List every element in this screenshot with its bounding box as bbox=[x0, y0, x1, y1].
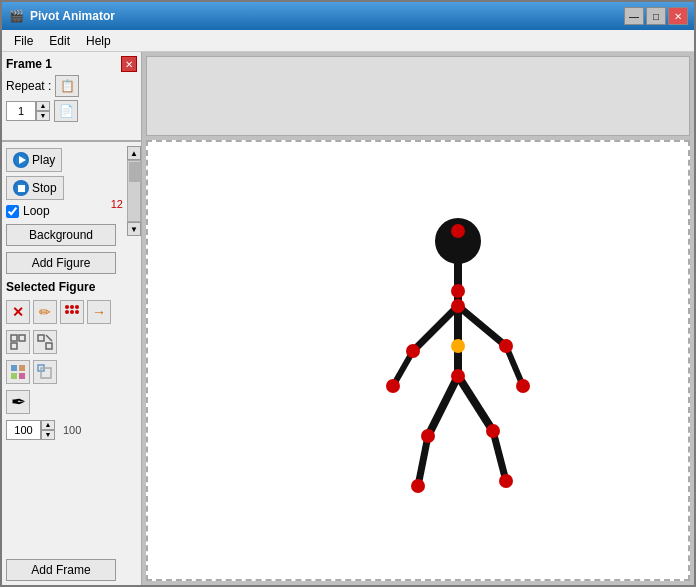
size-input[interactable] bbox=[6, 420, 41, 440]
maximize-button[interactable]: □ bbox=[646, 7, 666, 25]
background-button[interactable]: Background bbox=[6, 224, 116, 246]
size-row: ▲ ▼ 100 bbox=[6, 420, 137, 440]
figure-toolbar-4: ✒ bbox=[6, 390, 137, 414]
svg-point-2 bbox=[70, 305, 74, 309]
play-label: Play bbox=[32, 153, 55, 167]
svg-line-25 bbox=[428, 376, 458, 436]
svg-rect-14 bbox=[11, 373, 17, 379]
size-down-button[interactable]: ▼ bbox=[41, 430, 55, 440]
scroll-track[interactable] bbox=[127, 160, 141, 222]
svg-point-33 bbox=[386, 379, 400, 393]
close-button[interactable]: ✕ bbox=[668, 7, 688, 25]
animation-canvas[interactable] bbox=[146, 140, 690, 581]
figure-tool8[interactable] bbox=[33, 360, 57, 384]
figure-toolbar: ✕ ✏ → bbox=[6, 300, 137, 324]
svg-line-27 bbox=[458, 376, 493, 431]
frame-count: 12 bbox=[111, 198, 123, 210]
copy-frame-button[interactable]: 📋 bbox=[55, 75, 79, 97]
figure-tool6[interactable] bbox=[33, 330, 57, 354]
canvas-area bbox=[142, 52, 694, 585]
svg-point-36 bbox=[516, 379, 530, 393]
scroll-thumb[interactable] bbox=[129, 162, 141, 182]
main-window: 🎬 Pivot Animator — □ ✕ File Edit Help Fr… bbox=[0, 0, 696, 587]
svg-point-3 bbox=[70, 310, 74, 314]
app-icon: 🎬 bbox=[8, 8, 24, 24]
figure-toolbar-2 bbox=[6, 330, 137, 354]
loop-label: Loop bbox=[23, 204, 50, 218]
frame-title: Frame 1 bbox=[6, 57, 52, 71]
svg-point-0 bbox=[65, 305, 69, 309]
window-controls: — □ ✕ bbox=[624, 7, 688, 25]
bottom-add-frame-area: Add Frame bbox=[2, 553, 141, 585]
add-frame-button[interactable]: Add Frame bbox=[6, 559, 116, 581]
svg-point-38 bbox=[451, 369, 465, 383]
title-bar: 🎬 Pivot Animator — □ ✕ bbox=[2, 2, 694, 30]
repeat-up-button[interactable]: ▲ bbox=[36, 101, 50, 111]
svg-point-1 bbox=[65, 310, 69, 314]
menu-edit[interactable]: Edit bbox=[41, 32, 78, 50]
svg-point-40 bbox=[411, 479, 425, 493]
frame-close-button[interactable]: ✕ bbox=[121, 56, 137, 72]
svg-point-30 bbox=[451, 284, 465, 298]
svg-point-4 bbox=[75, 305, 79, 309]
repeat-input[interactable] bbox=[6, 101, 36, 121]
svg-point-42 bbox=[499, 474, 513, 488]
minimize-button[interactable]: — bbox=[624, 7, 644, 25]
repeat-row: Repeat : 📋 bbox=[6, 75, 137, 97]
figure-tool3[interactable] bbox=[60, 300, 84, 324]
menu-bar: File Edit Help bbox=[2, 30, 694, 52]
repeat-down-button[interactable]: ▼ bbox=[36, 111, 50, 121]
play-button[interactable]: Play bbox=[6, 148, 62, 172]
loop-checkbox[interactable] bbox=[6, 205, 19, 218]
svg-point-29 bbox=[451, 224, 465, 238]
svg-point-5 bbox=[75, 310, 79, 314]
loop-row: Loop bbox=[6, 204, 121, 218]
vertical-scrollbar[interactable]: ▲ ▼ bbox=[127, 146, 141, 236]
svg-rect-15 bbox=[19, 373, 25, 379]
svg-rect-6 bbox=[11, 335, 17, 341]
svg-point-32 bbox=[406, 344, 420, 358]
svg-rect-10 bbox=[46, 343, 52, 349]
svg-line-23 bbox=[458, 306, 506, 346]
svg-point-37 bbox=[451, 339, 465, 353]
svg-rect-17 bbox=[41, 368, 51, 378]
svg-rect-13 bbox=[19, 365, 25, 371]
size-spinbox-buttons: ▲ ▼ bbox=[41, 420, 55, 440]
selected-figure-label: Selected Figure bbox=[6, 280, 137, 294]
add-figure-button[interactable]: Add Figure bbox=[6, 252, 116, 274]
svg-rect-9 bbox=[38, 335, 44, 341]
scroll-up-arrow[interactable]: ▲ bbox=[127, 146, 141, 160]
controls-section: ▲ ▼ Play Stop bbox=[2, 142, 141, 553]
repeat-spinbox-buttons: ▲ ▼ bbox=[36, 101, 50, 121]
svg-point-31 bbox=[451, 299, 465, 313]
svg-point-41 bbox=[486, 424, 500, 438]
figure-toolbar-3 bbox=[6, 360, 137, 384]
svg-rect-8 bbox=[11, 343, 17, 349]
frame-section: Frame 1 ✕ Repeat : 📋 ▲ ▼ 📄 bbox=[2, 52, 141, 142]
figure-tool7[interactable] bbox=[6, 360, 30, 384]
menu-help[interactable]: Help bbox=[78, 32, 119, 50]
figure-tool4[interactable]: → bbox=[87, 300, 111, 324]
play-icon bbox=[13, 152, 29, 168]
size-display-value: 100 bbox=[63, 424, 81, 436]
scroll-down-arrow[interactable]: ▼ bbox=[127, 222, 141, 236]
edit-figure-button[interactable]: ✏ bbox=[33, 300, 57, 324]
pen-tool-button[interactable]: ✒ bbox=[6, 390, 30, 414]
svg-point-39 bbox=[421, 429, 435, 443]
figure-tool5[interactable] bbox=[6, 330, 30, 354]
svg-rect-7 bbox=[19, 335, 25, 341]
delete-figure-button[interactable]: ✕ bbox=[6, 300, 30, 324]
svg-line-11 bbox=[46, 335, 52, 341]
svg-point-35 bbox=[499, 339, 513, 353]
left-panel: Frame 1 ✕ Repeat : 📋 ▲ ▼ 📄 bbox=[2, 52, 142, 585]
repeat-spinbox[interactable]: ▲ ▼ bbox=[6, 101, 50, 121]
size-spinbox[interactable]: ▲ ▼ bbox=[6, 420, 55, 440]
window-title: Pivot Animator bbox=[30, 9, 624, 23]
stop-button[interactable]: Stop bbox=[6, 176, 64, 200]
repeat-label: Repeat : bbox=[6, 79, 51, 93]
size-up-button[interactable]: ▲ bbox=[41, 420, 55, 430]
stick-figure bbox=[358, 211, 558, 511]
menu-file[interactable]: File bbox=[6, 32, 41, 50]
paste-frame-button[interactable]: 📄 bbox=[54, 100, 78, 122]
frame-list-area[interactable] bbox=[146, 56, 690, 136]
